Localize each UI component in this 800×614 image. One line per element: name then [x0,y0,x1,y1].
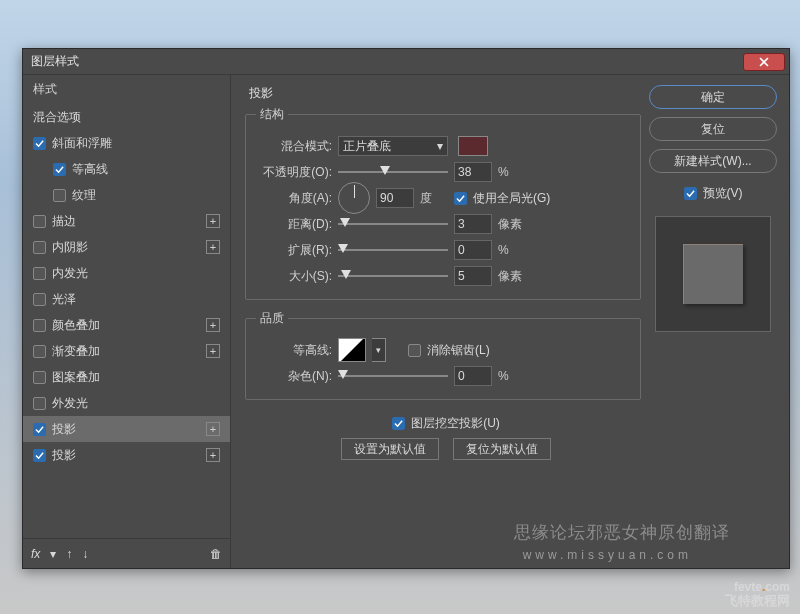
style-item-投影[interactable]: 投影+ [23,416,230,442]
style-item-label: 图案叠加 [52,369,100,386]
quality-group: 品质 等高线: ▾ 消除锯齿(L) 杂色(N): 0 % [245,310,641,400]
reset-button[interactable]: 复位 [649,117,777,141]
opacity-field[interactable]: 38 [454,162,492,182]
style-item-外发光[interactable]: 外发光 [23,390,230,416]
fx-label[interactable]: fx [31,547,40,561]
distance-slider[interactable] [338,216,448,232]
structure-group: 结构 混合模式: 正片叠底 ▾ 不透明度(O): 38 % [245,106,641,300]
style-checkbox[interactable] [33,137,46,150]
style-item-图案叠加[interactable]: 图案叠加 [23,364,230,390]
angle-dial[interactable] [338,182,370,214]
style-checkbox[interactable] [33,293,46,306]
styles-sidebar: 样式 混合选项 斜面和浮雕等高线纹理描边+内阴影+内发光光泽颜色叠加+渐变叠加+… [23,75,231,568]
chevron-icon[interactable]: ▾ [50,547,56,561]
add-effect-icon[interactable]: + [206,422,220,436]
style-checkbox[interactable] [33,371,46,384]
style-item-光泽[interactable]: 光泽 [23,286,230,312]
sidebar-footer: fx ▾ ↑ ↓ 🗑 [23,538,230,568]
titlebar[interactable]: 图层样式 [23,49,789,75]
close-button[interactable] [743,53,785,71]
arrow-down-icon[interactable]: ↓ [82,547,88,561]
styles-header: 样式 [23,75,230,104]
style-item-label: 外发光 [52,395,88,412]
blend-mode-select[interactable]: 正片叠底 ▾ [338,136,448,156]
add-effect-icon[interactable]: + [206,240,220,254]
trash-icon[interactable]: 🗑 [210,547,222,561]
window-title: 图层样式 [31,53,79,70]
style-item-label: 纹理 [72,187,96,204]
size-slider[interactable] [338,268,448,284]
style-item-label: 光泽 [52,291,76,308]
angle-field[interactable]: 90 [376,188,414,208]
noise-label: 杂色(N): [256,368,332,385]
style-item-等高线[interactable]: 等高线 [23,156,230,182]
style-checkbox[interactable] [33,267,46,280]
chevron-down-icon: ▾ [376,345,381,355]
add-effect-icon[interactable]: + [206,344,220,358]
style-checkbox[interactable] [53,189,66,202]
style-item-纹理[interactable]: 纹理 [23,182,230,208]
structure-legend: 结构 [256,106,288,123]
size-field[interactable]: 5 [454,266,492,286]
style-item-投影[interactable]: 投影+ [23,442,230,468]
style-item-label: 斜面和浮雕 [52,135,112,152]
style-item-label: 内阴影 [52,239,88,256]
right-column: 确定 复位 新建样式(W)... 预览(V) [649,83,777,560]
style-item-描边[interactable]: 描边+ [23,208,230,234]
style-item-内发光[interactable]: 内发光 [23,260,230,286]
site-logo: fevte.com 飞特教程网 [725,578,790,608]
style-checkbox[interactable] [33,397,46,410]
distance-field[interactable]: 3 [454,214,492,234]
global-light-checkbox[interactable] [454,192,467,205]
style-checkbox[interactable] [33,449,46,462]
ok-button[interactable]: 确定 [649,85,777,109]
spread-slider[interactable] [338,242,448,258]
blend-mode-label: 混合模式: [256,138,332,155]
style-item-颜色叠加[interactable]: 颜色叠加+ [23,312,230,338]
spread-field[interactable]: 0 [454,240,492,260]
style-item-内阴影[interactable]: 内阴影+ [23,234,230,260]
style-checkbox[interactable] [33,215,46,228]
new-style-button[interactable]: 新建样式(W)... [649,149,777,173]
preview-swatch [683,244,743,304]
add-effect-icon[interactable]: + [206,318,220,332]
style-item-label: 投影 [52,447,76,464]
size-label: 大小(S): [256,268,332,285]
style-item-渐变叠加[interactable]: 渐变叠加+ [23,338,230,364]
global-light-label: 使用全局光(G) [473,190,550,207]
style-item-斜面和浮雕[interactable]: 斜面和浮雕 [23,130,230,156]
make-default-button[interactable]: 设置为默认值 [341,438,439,460]
antialias-checkbox[interactable] [408,344,421,357]
blend-options[interactable]: 混合选项 [23,104,230,130]
arrow-up-icon[interactable]: ↑ [66,547,72,561]
knockout-label: 图层挖空投影(U) [411,415,500,432]
contour-label: 等高线: [256,342,332,359]
style-checkbox[interactable] [33,319,46,332]
style-item-label: 等高线 [72,161,108,178]
style-checkbox[interactable] [33,241,46,254]
style-item-label: 颜色叠加 [52,317,100,334]
style-item-label: 描边 [52,213,76,230]
noise-slider[interactable] [338,368,448,384]
preview-label: 预览(V) [703,185,743,202]
preview-checkbox[interactable] [684,187,697,200]
add-effect-icon[interactable]: + [206,214,220,228]
style-checkbox[interactable] [33,345,46,358]
antialias-label: 消除锯齿(L) [427,342,490,359]
distance-label: 距离(D): [256,216,332,233]
knockout-checkbox[interactable] [392,417,405,430]
angle-label: 角度(A): [256,190,332,207]
style-item-label: 渐变叠加 [52,343,100,360]
style-checkbox[interactable] [33,423,46,436]
opacity-slider[interactable] [338,164,448,180]
style-checkbox[interactable] [53,163,66,176]
reset-default-button[interactable]: 复位为默认值 [453,438,551,460]
contour-dropdown[interactable]: ▾ [372,338,386,362]
noise-field[interactable]: 0 [454,366,492,386]
section-title: 投影 [249,85,649,102]
add-effect-icon[interactable]: + [206,448,220,462]
contour-picker[interactable] [338,338,366,362]
style-item-label: 投影 [52,421,76,438]
color-swatch[interactable] [458,136,488,156]
chevron-down-icon: ▾ [437,139,443,153]
